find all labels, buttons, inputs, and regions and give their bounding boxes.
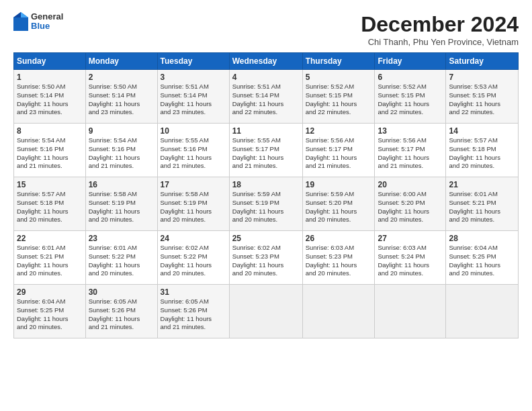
column-header-friday: Friday [375, 53, 446, 70]
day-number: 7 [449, 73, 515, 82]
column-header-thursday: Thursday [302, 53, 375, 70]
day-number: 23 [89, 234, 154, 243]
day-info: Sunrise: 6:04 AMSunset: 5:25 PMDaylight:… [449, 244, 515, 278]
calendar-cell [375, 285, 446, 338]
title-block: December 2024 Chi Thanh, Phu Yen Provinc… [361, 12, 519, 47]
calendar-cell: 31Sunrise: 6:05 AMSunset: 5:26 PMDayligh… [157, 285, 229, 338]
calendar-cell: 11Sunrise: 5:55 AMSunset: 5:17 PMDayligh… [229, 124, 302, 177]
calendar-cell: 23Sunrise: 6:01 AMSunset: 5:22 PMDayligh… [85, 231, 157, 285]
logo-blue: Blue [31, 21, 63, 31]
day-number: 10 [161, 126, 226, 136]
day-number: 14 [449, 126, 515, 136]
calendar-cell [229, 285, 302, 338]
column-header-sunday: Sunday [14, 53, 86, 70]
calendar-cell: 24Sunrise: 6:02 AMSunset: 5:22 PMDayligh… [157, 231, 229, 285]
day-info: Sunrise: 5:58 AMSunset: 5:19 PMDaylight:… [89, 190, 154, 224]
calendar-cell: 22Sunrise: 6:01 AMSunset: 5:21 PMDayligh… [14, 231, 86, 285]
day-info: Sunrise: 5:56 AMSunset: 5:17 PMDaylight:… [306, 136, 372, 171]
calendar-cell: 12Sunrise: 5:56 AMSunset: 5:17 PMDayligh… [302, 124, 375, 177]
day-number: 12 [306, 126, 372, 136]
day-number: 4 [232, 73, 300, 82]
calendar-cell: 29Sunrise: 6:04 AMSunset: 5:25 PMDayligh… [14, 285, 86, 338]
day-info: Sunrise: 5:57 AMSunset: 5:18 PMDaylight:… [17, 190, 83, 224]
calendar-cell: 15Sunrise: 5:57 AMSunset: 5:18 PMDayligh… [14, 177, 86, 231]
day-info: Sunrise: 5:56 AMSunset: 5:17 PMDaylight:… [378, 136, 443, 171]
calendar-header-row: SundayMondayTuesdayWednesdayThursdayFrid… [14, 53, 519, 70]
calendar-week-3: 15Sunrise: 5:57 AMSunset: 5:18 PMDayligh… [14, 177, 519, 231]
day-info: Sunrise: 6:01 AMSunset: 5:21 PMDaylight:… [17, 244, 83, 278]
day-number: 11 [232, 126, 300, 136]
day-number: 9 [89, 126, 154, 136]
day-info: Sunrise: 5:59 AMSunset: 5:19 PMDaylight:… [232, 190, 300, 224]
calendar-cell: 8Sunrise: 5:54 AMSunset: 5:16 PMDaylight… [14, 124, 86, 177]
day-info: Sunrise: 6:03 AMSunset: 5:24 PMDaylight:… [378, 244, 443, 278]
day-number: 1 [17, 73, 83, 82]
logo: General Blue [13, 12, 63, 32]
day-number: 22 [17, 234, 83, 243]
calendar-cell: 30Sunrise: 6:05 AMSunset: 5:26 PMDayligh… [85, 285, 157, 338]
day-number: 24 [161, 234, 226, 243]
day-info: Sunrise: 5:53 AMSunset: 5:15 PMDaylight:… [449, 83, 515, 117]
day-info: Sunrise: 6:01 AMSunset: 5:22 PMDaylight:… [89, 244, 154, 278]
day-info: Sunrise: 6:03 AMSunset: 5:23 PMDaylight:… [306, 244, 372, 278]
day-info: Sunrise: 6:05 AMSunset: 5:26 PMDaylight:… [89, 298, 154, 332]
day-info: Sunrise: 5:59 AMSunset: 5:20 PMDaylight:… [306, 190, 372, 224]
calendar-cell: 4Sunrise: 5:51 AMSunset: 5:14 PMDaylight… [229, 70, 302, 124]
svg-marker-2 [13, 12, 21, 17]
calendar-table: SundayMondayTuesdayWednesdayThursdayFrid… [13, 52, 519, 338]
day-number: 3 [161, 73, 226, 82]
calendar-cell: 7Sunrise: 5:53 AMSunset: 5:15 PMDaylight… [446, 70, 519, 124]
day-info: Sunrise: 5:54 AMSunset: 5:16 PMDaylight:… [17, 136, 83, 171]
column-header-monday: Monday [85, 53, 157, 70]
day-number: 27 [378, 234, 443, 243]
day-number: 2 [89, 73, 154, 82]
column-header-wednesday: Wednesday [229, 53, 302, 70]
calendar-cell: 27Sunrise: 6:03 AMSunset: 5:24 PMDayligh… [375, 231, 446, 285]
calendar-cell: 1Sunrise: 5:50 AMSunset: 5:14 PMDaylight… [14, 70, 86, 124]
svg-marker-1 [21, 12, 28, 17]
day-number: 25 [232, 234, 300, 243]
day-info: Sunrise: 5:57 AMSunset: 5:18 PMDaylight:… [449, 136, 515, 171]
day-number: 13 [378, 126, 443, 136]
calendar-cell [446, 285, 519, 338]
calendar-cell: 25Sunrise: 6:02 AMSunset: 5:23 PMDayligh… [229, 231, 302, 285]
day-info: Sunrise: 5:54 AMSunset: 5:16 PMDaylight:… [89, 136, 154, 171]
day-info: Sunrise: 5:55 AMSunset: 5:16 PMDaylight:… [161, 136, 226, 171]
day-number: 29 [17, 287, 83, 297]
day-info: Sunrise: 5:50 AMSunset: 5:14 PMDaylight:… [89, 83, 154, 117]
calendar-cell: 21Sunrise: 6:01 AMSunset: 5:21 PMDayligh… [446, 177, 519, 231]
logo-icon [13, 12, 28, 31]
day-info: Sunrise: 5:51 AMSunset: 5:14 PMDaylight:… [232, 83, 300, 117]
day-number: 15 [17, 180, 83, 189]
day-info: Sunrise: 5:50 AMSunset: 5:14 PMDaylight:… [17, 83, 83, 117]
day-info: Sunrise: 5:58 AMSunset: 5:19 PMDaylight:… [161, 190, 226, 224]
day-info: Sunrise: 6:02 AMSunset: 5:23 PMDaylight:… [232, 244, 300, 278]
calendar-cell: 5Sunrise: 5:52 AMSunset: 5:15 PMDaylight… [302, 70, 375, 124]
calendar-cell: 17Sunrise: 5:58 AMSunset: 5:19 PMDayligh… [157, 177, 229, 231]
calendar-cell: 10Sunrise: 5:55 AMSunset: 5:16 PMDayligh… [157, 124, 229, 177]
day-info: Sunrise: 6:05 AMSunset: 5:26 PMDaylight:… [161, 298, 226, 332]
day-number: 20 [378, 180, 443, 189]
day-info: Sunrise: 5:55 AMSunset: 5:17 PMDaylight:… [232, 136, 300, 171]
calendar-cell: 16Sunrise: 5:58 AMSunset: 5:19 PMDayligh… [85, 177, 157, 231]
calendar-cell: 13Sunrise: 5:56 AMSunset: 5:17 PMDayligh… [375, 124, 446, 177]
month-title: December 2024 [361, 12, 519, 37]
day-number: 6 [378, 73, 443, 82]
location: Chi Thanh, Phu Yen Province, Vietnam [361, 37, 519, 47]
calendar-cell: 3Sunrise: 5:51 AMSunset: 5:14 PMDaylight… [157, 70, 229, 124]
calendar-cell: 18Sunrise: 5:59 AMSunset: 5:19 PMDayligh… [229, 177, 302, 231]
day-number: 30 [89, 287, 154, 297]
day-number: 26 [306, 234, 372, 243]
calendar-cell: 26Sunrise: 6:03 AMSunset: 5:23 PMDayligh… [302, 231, 375, 285]
day-info: Sunrise: 6:01 AMSunset: 5:21 PMDaylight:… [449, 190, 515, 224]
day-number: 18 [232, 180, 300, 189]
day-info: Sunrise: 6:04 AMSunset: 5:25 PMDaylight:… [17, 298, 83, 332]
day-info: Sunrise: 6:02 AMSunset: 5:22 PMDaylight:… [161, 244, 226, 278]
day-number: 8 [17, 126, 83, 136]
calendar-week-4: 22Sunrise: 6:01 AMSunset: 5:21 PMDayligh… [14, 231, 519, 285]
day-number: 31 [161, 287, 226, 297]
logo-general: General [31, 12, 63, 21]
calendar-cell: 6Sunrise: 5:52 AMSunset: 5:15 PMDaylight… [375, 70, 446, 124]
calendar-cell: 20Sunrise: 6:00 AMSunset: 5:20 PMDayligh… [375, 177, 446, 231]
day-number: 17 [161, 180, 226, 189]
